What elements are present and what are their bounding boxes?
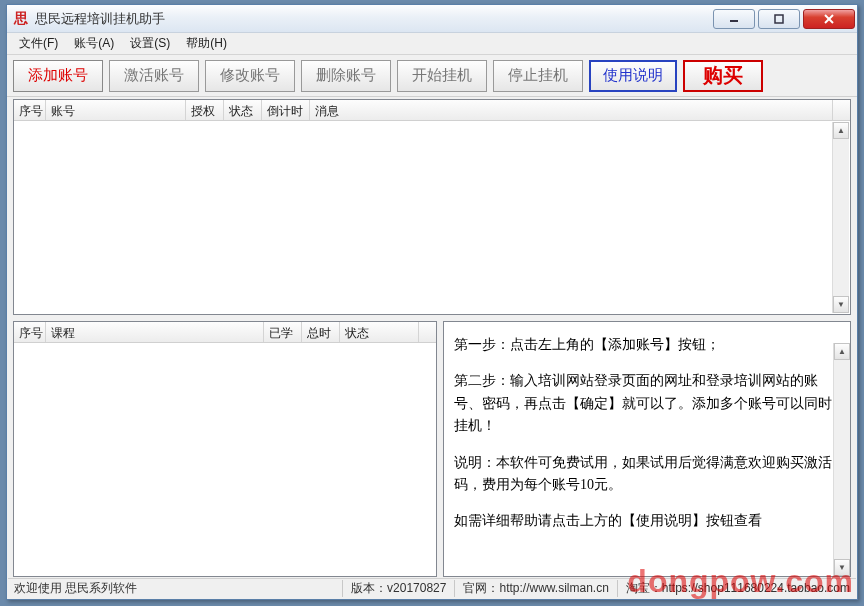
col2-learned[interactable]: 已学: [264, 322, 302, 342]
help-panel: 第一步：点击左上角的【添加账号】按钮； 第二步：输入培训网站登录页面的网址和登录…: [443, 321, 851, 577]
app-window: 思 思民远程培训挂机助手 文件(F) 账号(A) 设置(S) 帮助(H) 添加账…: [6, 4, 858, 600]
activate-account-button[interactable]: 激活账号: [109, 60, 199, 92]
status-welcome: 欢迎使用 思民系列软件: [14, 580, 343, 597]
menu-account[interactable]: 账号(A): [66, 33, 122, 54]
col-countdown[interactable]: 倒计时: [262, 100, 310, 120]
add-account-button[interactable]: 添加账号: [13, 60, 103, 92]
maximize-button[interactable]: [758, 9, 800, 29]
courses-table[interactable]: 序号 课程 已学 总时 状态 ▲ ▼: [13, 321, 437, 577]
col2-seq[interactable]: 序号: [14, 322, 46, 342]
window-title: 思民远程培训挂机助手: [35, 10, 710, 28]
col-spacer: [833, 100, 850, 120]
buy-button[interactable]: 购买: [683, 60, 763, 92]
status-shop: 淘宝：https://shop111680224.taobao.com: [626, 580, 850, 597]
scroll-down-icon[interactable]: ▼: [833, 296, 849, 313]
help-step1: 第一步：点击左上角的【添加账号】按钮；: [454, 334, 840, 356]
minimize-button[interactable]: [713, 9, 755, 29]
col2-status[interactable]: 状态: [340, 322, 419, 342]
accounts-scrollbar[interactable]: ▲ ▼: [832, 122, 849, 313]
delete-account-button[interactable]: 删除账号: [301, 60, 391, 92]
scroll-up-icon[interactable]: ▲: [833, 122, 849, 139]
col2-course[interactable]: 课程: [46, 322, 264, 342]
courses-header: 序号 课程 已学 总时 状态: [14, 322, 436, 343]
col-account[interactable]: 账号: [46, 100, 186, 120]
modify-account-button[interactable]: 修改账号: [205, 60, 295, 92]
menubar: 文件(F) 账号(A) 设置(S) 帮助(H): [7, 33, 857, 55]
status-version: 版本：v20170827: [351, 580, 455, 597]
col-auth[interactable]: 授权: [186, 100, 224, 120]
content-area: 序号 账号 授权 状态 倒计时 消息 ▲ ▼ 序号 课程 已学 总时 状态: [13, 99, 851, 577]
statusbar: 欢迎使用 思民系列软件 版本：v20170827 官网：http://www.s…: [8, 578, 856, 598]
start-button[interactable]: 开始挂机: [397, 60, 487, 92]
menu-file[interactable]: 文件(F): [11, 33, 66, 54]
courses-scrollbar[interactable]: ▲ ▼: [833, 343, 850, 576]
col-status[interactable]: 状态: [224, 100, 262, 120]
stop-button[interactable]: 停止挂机: [493, 60, 583, 92]
toolbar: 添加账号 激活账号 修改账号 删除账号 开始挂机 停止挂机 使用说明 购买: [7, 55, 857, 97]
menu-help[interactable]: 帮助(H): [178, 33, 235, 54]
help-more: 如需详细帮助请点击上方的【使用说明】按钮查看: [454, 510, 840, 532]
accounts-table[interactable]: 序号 账号 授权 状态 倒计时 消息 ▲ ▼: [13, 99, 851, 315]
menu-settings[interactable]: 设置(S): [122, 33, 178, 54]
scroll-up-icon[interactable]: ▲: [834, 343, 850, 360]
col2-total[interactable]: 总时: [302, 322, 340, 342]
col-seq[interactable]: 序号: [14, 100, 46, 120]
col2-spacer: [419, 322, 436, 342]
close-button[interactable]: [803, 9, 855, 29]
app-icon: 思: [11, 9, 31, 29]
svg-rect-1: [775, 15, 783, 23]
help-note: 说明：本软件可免费试用，如果试用后觉得满意欢迎购买激活码，费用为每个账号10元。: [454, 452, 840, 497]
help-step2: 第二步：输入培训网站登录页面的网址和登录培训网站的账号、密码，再点击【确定】就可…: [454, 370, 840, 437]
scroll-down-icon[interactable]: ▼: [834, 559, 850, 576]
titlebar[interactable]: 思 思民远程培训挂机助手: [7, 5, 857, 33]
instructions-button[interactable]: 使用说明: [589, 60, 677, 92]
accounts-header: 序号 账号 授权 状态 倒计时 消息: [14, 100, 850, 121]
col-message[interactable]: 消息: [310, 100, 833, 120]
status-site: 官网：http://www.silman.cn: [463, 580, 617, 597]
